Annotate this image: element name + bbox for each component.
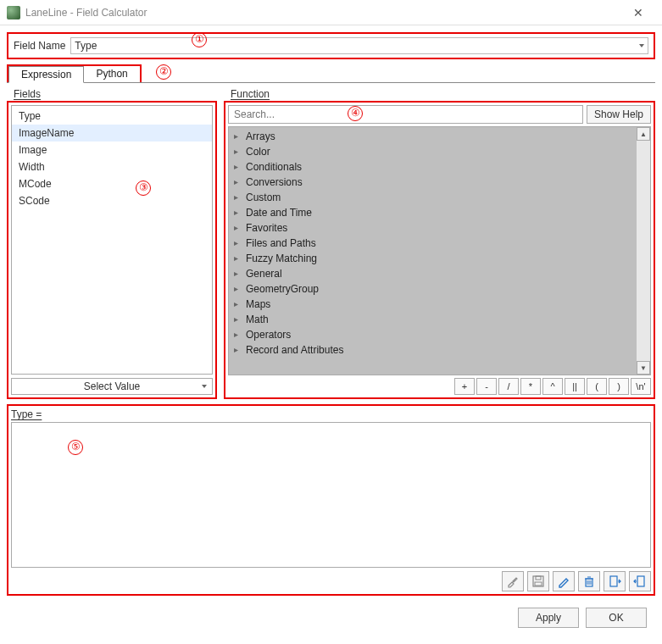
field-item[interactable]: MCode bbox=[12, 175, 212, 192]
select-value-label: Select Value bbox=[84, 380, 141, 392]
function-category-label: Arrays bbox=[246, 129, 275, 144]
tabs-region: ExpressionPython ② bbox=[7, 64, 655, 83]
scrollbar[interactable]: ▲ ▼ bbox=[637, 127, 650, 375]
field-name-region: Field Name Type ① bbox=[7, 32, 655, 59]
chevron-right-icon: ▸ bbox=[234, 281, 241, 297]
chevron-right-icon: ▸ bbox=[234, 266, 241, 281]
function-category-label: Files and Paths bbox=[246, 236, 316, 251]
fields-box: TypeImageNameImageWidthMCodeSCode Select… bbox=[7, 101, 217, 399]
chevron-right-icon: ▸ bbox=[234, 159, 241, 175]
fields-title: Fields bbox=[14, 88, 217, 100]
function-category-label: Favorites bbox=[246, 220, 287, 236]
function-category-label: Conditionals bbox=[246, 159, 302, 175]
function-category-label: General bbox=[246, 266, 282, 281]
fields-list[interactable]: TypeImageNameImageWidthMCodeSCode bbox=[11, 105, 213, 375]
operator-button[interactable]: ^ bbox=[542, 378, 563, 395]
close-button[interactable]: ✕ bbox=[621, 6, 655, 19]
function-category[interactable]: ▸Color bbox=[229, 144, 637, 159]
field-name-label: Field Name bbox=[14, 40, 65, 52]
field-name-select[interactable]: Type bbox=[70, 37, 648, 54]
field-item[interactable]: Type bbox=[12, 108, 212, 125]
chevron-right-icon: ▸ bbox=[234, 220, 241, 236]
brush-button[interactable] bbox=[502, 571, 524, 591]
function-category[interactable]: ▸Fuzzy Matching bbox=[229, 251, 637, 266]
function-category-label: Date and Time bbox=[246, 205, 312, 220]
chevron-right-icon: ▸ bbox=[234, 236, 241, 251]
function-category[interactable]: ▸Favorites bbox=[229, 220, 637, 236]
chevron-right-icon: ▸ bbox=[234, 144, 241, 159]
function-category[interactable]: ▸Record and Attributes bbox=[229, 342, 637, 358]
chevron-right-icon: ▸ bbox=[234, 129, 241, 144]
function-tree[interactable]: ▸Arrays▸Color▸Conditionals▸Conversions▸C… bbox=[229, 127, 637, 375]
export-button[interactable] bbox=[629, 571, 651, 591]
show-help-button[interactable]: Show Help bbox=[587, 105, 651, 124]
chevron-right-icon: ▸ bbox=[234, 342, 241, 358]
operator-button[interactable]: || bbox=[565, 378, 585, 395]
operator-button[interactable]: ) bbox=[609, 378, 629, 395]
window-title: LaneLine - Field Calculator bbox=[25, 7, 147, 19]
function-category[interactable]: ▸Date and Time bbox=[229, 205, 637, 220]
function-category-label: GeometryGroup bbox=[246, 281, 319, 297]
operator-button[interactable]: / bbox=[498, 378, 519, 395]
operator-button[interactable]: ( bbox=[587, 378, 607, 395]
expression-section: Type = ⑤ bbox=[7, 404, 655, 596]
function-category[interactable]: ▸Custom bbox=[229, 190, 637, 205]
function-category[interactable]: ▸Files and Paths bbox=[229, 236, 637, 251]
function-category[interactable]: ▸Math bbox=[229, 312, 637, 327]
chevron-right-icon: ▸ bbox=[234, 327, 241, 342]
operator-button[interactable]: + bbox=[454, 378, 475, 395]
tab-expression[interactable]: Expression bbox=[8, 66, 84, 83]
function-box: Show Help ▸Arrays▸Color▸Conditionals▸Con… bbox=[224, 101, 655, 399]
svg-rect-5 bbox=[637, 576, 644, 586]
ok-button[interactable]: OK bbox=[586, 608, 647, 628]
function-search-input[interactable] bbox=[228, 105, 583, 124]
operator-button[interactable]: - bbox=[476, 378, 497, 395]
field-item[interactable]: ImageName bbox=[12, 125, 212, 142]
function-category[interactable]: ▸Arrays bbox=[229, 129, 637, 144]
chevron-down-icon bbox=[202, 385, 207, 388]
field-item[interactable]: SCode bbox=[12, 192, 212, 209]
svg-rect-4 bbox=[610, 576, 617, 586]
chevron-right-icon: ▸ bbox=[234, 297, 241, 312]
function-category[interactable]: ▸GeometryGroup bbox=[229, 281, 637, 297]
function-category-label: Custom bbox=[246, 190, 281, 205]
function-category-label: Maps bbox=[246, 297, 270, 312]
chevron-right-icon: ▸ bbox=[234, 251, 241, 266]
expression-label: Type = bbox=[11, 408, 651, 420]
chevron-right-icon: ▸ bbox=[234, 175, 241, 190]
function-category-label: Conversions bbox=[246, 175, 303, 190]
expression-editor[interactable] bbox=[11, 422, 651, 568]
function-category[interactable]: ▸General bbox=[229, 266, 637, 281]
chevron-down-icon bbox=[639, 44, 644, 47]
function-category-label: Fuzzy Matching bbox=[246, 251, 317, 266]
chevron-right-icon: ▸ bbox=[234, 312, 241, 327]
operator-button[interactable]: * bbox=[520, 378, 541, 395]
function-category[interactable]: ▸Operators bbox=[229, 327, 637, 342]
app-icon bbox=[7, 6, 20, 19]
select-value-dropdown[interactable]: Select Value bbox=[11, 378, 213, 395]
edit-button[interactable] bbox=[553, 571, 575, 591]
chevron-right-icon: ▸ bbox=[234, 190, 241, 205]
import-button[interactable] bbox=[604, 571, 626, 591]
function-category-label: Math bbox=[246, 312, 269, 327]
function-category-label: Record and Attributes bbox=[246, 342, 343, 358]
function-category-label: Operators bbox=[246, 327, 291, 342]
function-category-label: Color bbox=[246, 144, 270, 159]
scroll-up-icon[interactable]: ▲ bbox=[637, 127, 650, 141]
field-item[interactable]: Width bbox=[12, 158, 212, 175]
field-name-value: Type bbox=[75, 40, 97, 52]
scroll-down-icon[interactable]: ▼ bbox=[637, 361, 650, 375]
operator-button[interactable]: \n' bbox=[631, 378, 651, 395]
field-item[interactable]: Image bbox=[12, 142, 212, 158]
chevron-right-icon: ▸ bbox=[234, 205, 241, 220]
function-category[interactable]: ▸Conversions bbox=[229, 175, 637, 190]
function-category[interactable]: ▸Maps bbox=[229, 297, 637, 312]
apply-button[interactable]: Apply bbox=[518, 608, 579, 628]
tab-python[interactable]: Python bbox=[84, 66, 139, 82]
titlebar: LaneLine - Field Calculator ✕ bbox=[0, 0, 662, 25]
save-button[interactable] bbox=[527, 571, 549, 591]
svg-rect-2 bbox=[535, 582, 542, 586]
function-category[interactable]: ▸Conditionals bbox=[229, 159, 637, 175]
delete-button[interactable] bbox=[578, 571, 600, 591]
function-title: Function bbox=[231, 88, 655, 100]
